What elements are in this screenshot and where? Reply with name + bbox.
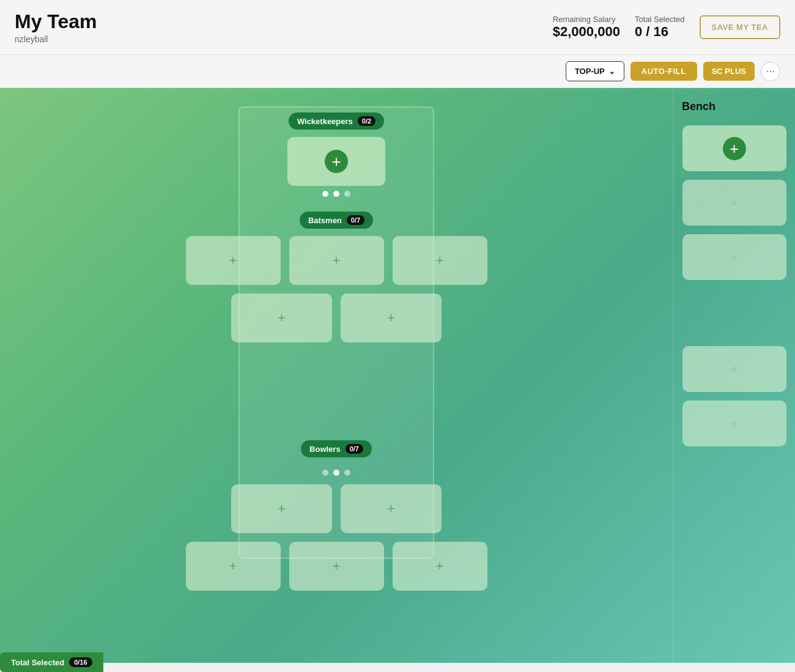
batsman-slot-1[interactable]: + [186,236,281,285]
bottom-total-count: 0/16 [69,657,92,667]
bottom-total-selected: Total Selected 0/16 [0,652,103,672]
batsman-slot-2[interactable]: + [289,236,384,285]
dot-2 [333,470,339,476]
batsman-slot-4[interactable]: + [231,294,332,342]
bowler-slot-4[interactable]: + [289,542,384,591]
chevron-down-icon: ⌄ [608,67,615,76]
bowler-slot-3[interactable]: + [186,542,281,591]
header: My Team nzleyball Remaining Salary $2,00… [0,0,795,55]
add-bench-player-icon: + [730,251,738,264]
batsmen-section: Batsmen 0/7 + + + + + [12,212,660,342]
add-bench-player-icon: + [730,196,738,210]
batsmen-row-1: + + + [186,236,487,285]
total-selected-value: 0 / 16 [635,24,685,40]
page-title: My Team [15,10,97,33]
bowler-slot-1[interactable]: + [231,484,332,533]
add-player-icon: + [333,559,341,573]
bench-title: Bench [682,100,716,113]
add-bench-player-icon: + [730,417,738,430]
main-area: Wicketkeepers 0/2 + Batsmen 0/7 [0,88,795,663]
bench-slot-5[interactable]: + [682,401,786,446]
batsmen-label: Batsmen 0/7 [300,212,373,229]
field-area: Wicketkeepers 0/2 + Batsmen 0/7 [0,88,673,663]
total-selected-label: Total Selected [635,15,685,24]
dot-1 [322,191,328,197]
batsman-slot-5[interactable]: + [341,294,442,342]
bowlers-count: 0/7 [346,444,363,454]
dot-3 [344,191,350,197]
add-player-icon: + [436,254,444,267]
dot-1 [322,470,328,476]
add-player-icon: + [325,150,348,173]
bench-slot-1[interactable]: + [682,125,786,171]
wicketkeepers-label: Wicketkeepers 0/2 [289,113,384,130]
all-rounders-space [12,349,660,434]
save-my-team-button[interactable]: SAVE MY TEA [700,15,780,39]
add-player-icon: + [436,559,444,573]
bench-slot-2[interactable]: + [682,180,786,226]
salary-info: Remaining Salary $2,000,000 [553,15,620,40]
wicketkeepers-section: Wicketkeepers 0/2 + [12,113,660,205]
header-right: Remaining Salary $2,000,000 Total Select… [553,15,780,40]
bowlers-pagination-dots [322,470,350,476]
top-up-label: TOP-UP [575,67,605,76]
salary-label: Remaining Salary [553,15,620,24]
auto-fill-button[interactable]: AUTO-FILL [630,62,697,81]
batsmen-count: 0/7 [347,215,364,225]
bench-area: Bench + + + + + [673,88,795,663]
bench-slot-4[interactable]: + [682,346,786,392]
add-bench-player-icon: + [723,137,746,160]
bowlers-row-1: + + [231,484,442,533]
toolbar: TOP-UP ⌄ AUTO-FILL SC PLUS ⋯ [0,55,795,88]
options-circle-button[interactable]: ⋯ [761,62,780,81]
add-bench-player-icon: + [730,363,738,376]
add-player-icon: + [278,311,286,325]
add-player-icon: + [229,254,237,267]
bench-slot-3[interactable]: + [682,234,786,280]
add-player-icon: + [333,254,341,267]
top-up-button[interactable]: TOP-UP ⌄ [566,61,624,81]
salary-value: $2,000,000 [553,24,620,40]
header-left: My Team nzleyball [15,10,97,44]
sc-plus-button[interactable]: SC PLUS [703,62,755,81]
bowlers-label: Bowlers 0/7 [301,440,372,457]
dot-2 [333,191,339,197]
batsman-slot-3[interactable]: + [393,236,487,285]
bowler-slot-2[interactable]: + [341,484,442,533]
total-selected-info: Total Selected 0 / 16 [635,15,685,40]
bowlers-section: Bowlers 0/7 + + + + [12,440,660,591]
wk-pagination-dots [322,191,350,197]
add-player-icon: + [229,559,237,573]
bottom-bar: Total Selected 0/16 [0,652,103,672]
subtitle: nzleyball [15,34,97,44]
dot-3 [344,470,350,476]
batsmen-row-2: + + [231,294,442,342]
wicketkeeper-slot-1[interactable]: + [287,137,385,186]
wicketkeepers-count: 0/2 [358,116,375,126]
bottom-total-label: Total Selected [11,658,64,667]
bowler-slot-5[interactable]: + [393,542,487,591]
wicketkeepers-row: + [287,137,385,186]
add-player-icon: + [387,502,395,515]
add-player-icon: + [278,502,286,515]
add-player-icon: + [387,311,395,325]
bowlers-row-2: + + + [186,542,487,591]
